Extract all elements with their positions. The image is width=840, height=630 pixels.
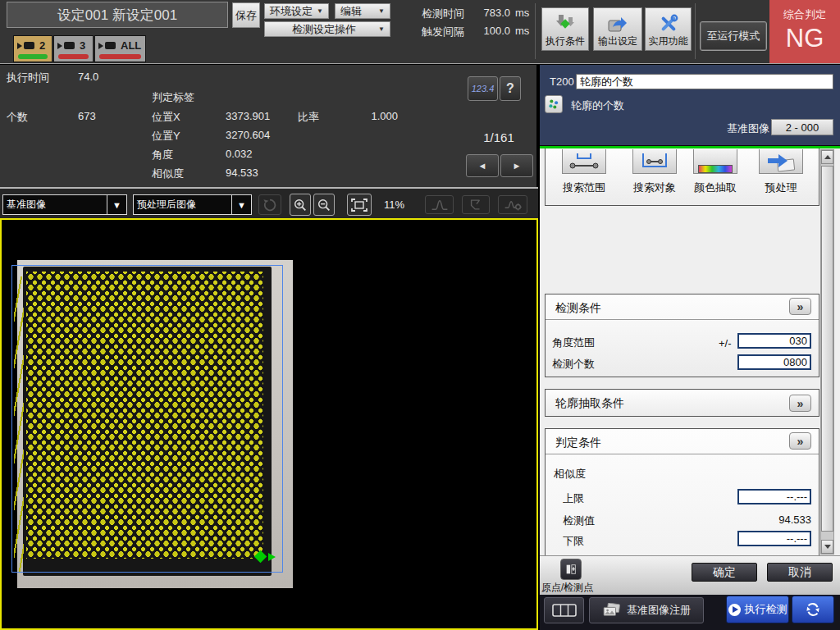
posx-value: 3373.901 bbox=[226, 110, 270, 122]
display-settings-button[interactable] bbox=[498, 195, 527, 214]
color-extract-button[interactable] bbox=[693, 149, 737, 174]
fit-to-screen-button[interactable] bbox=[347, 194, 372, 216]
help-button[interactable]: ? bbox=[500, 76, 521, 101]
utility-button[interactable]: 实用功能 bbox=[645, 7, 692, 51]
output-setting-button[interactable]: 输出设定 bbox=[593, 7, 642, 51]
triangle-up-icon bbox=[824, 155, 831, 159]
section-title: 检测条件 bbox=[555, 301, 601, 316]
exec-condition-button[interactable]: 执行条件 bbox=[541, 7, 589, 51]
save-button[interactable]: 保存 bbox=[232, 2, 260, 28]
image-mode-dropdown[interactable]: 预处理后图像 ▼ bbox=[133, 194, 252, 215]
zoom-in-button[interactable] bbox=[290, 194, 311, 216]
to-run-mode-button[interactable]: 至运行模式 bbox=[700, 21, 767, 51]
similarity-group-label: 相似度 bbox=[554, 467, 586, 482]
triangle-down-icon bbox=[824, 545, 831, 549]
region-display-button[interactable] bbox=[462, 195, 490, 214]
origin-detect-point-button[interactable] bbox=[560, 559, 582, 580]
plus-minus-label: +/- bbox=[719, 337, 732, 349]
judgement-label: 综合判定 bbox=[783, 7, 826, 22]
similarity-upper-input[interactable] bbox=[737, 489, 811, 504]
angle-range-input[interactable] bbox=[737, 333, 811, 349]
run-inspection-button[interactable]: 执行检测 bbox=[726, 596, 789, 623]
section-title: 轮廓抽取条件 bbox=[555, 396, 624, 411]
expand-button[interactable]: » bbox=[789, 298, 811, 315]
search-range-button[interactable] bbox=[562, 149, 606, 174]
edit-menu[interactable]: 编辑▼ bbox=[335, 3, 390, 19]
expand-button[interactable]: » bbox=[789, 395, 811, 412]
prev-page-button[interactable]: ◄ bbox=[466, 154, 499, 177]
judge-tag-label: 判定标签 bbox=[152, 90, 194, 105]
camera-play-icon bbox=[57, 43, 62, 49]
similarity-lower-input[interactable] bbox=[737, 531, 811, 546]
exec-time-value: 74.0 bbox=[78, 71, 98, 83]
unit-setting-panel: T200 轮廓的个数 基准图像 2 - 000 搜索范围 搜索对象 bbox=[540, 65, 840, 630]
panel-scrollbar[interactable] bbox=[820, 149, 834, 555]
detect-count-input[interactable] bbox=[737, 354, 811, 370]
search-object-button[interactable] bbox=[632, 149, 677, 174]
play-icon bbox=[728, 604, 741, 616]
tab-scene-all[interactable]: ALL bbox=[94, 35, 146, 62]
posy-label: 位置Y bbox=[152, 129, 180, 144]
flow-view-button[interactable] bbox=[544, 597, 584, 623]
trigger-interval-value: 100.0 bbox=[468, 25, 510, 37]
reference-image-label: 基准图像 bbox=[727, 121, 769, 136]
export-arrow-icon bbox=[607, 13, 628, 34]
sync-icon bbox=[804, 600, 822, 619]
unit-title: 轮廓的个数 bbox=[571, 98, 624, 113]
zoom-in-icon bbox=[293, 198, 308, 212]
similarity-label: 相似度 bbox=[152, 167, 184, 181]
tab-status-bar-ng bbox=[99, 54, 141, 59]
next-page-button[interactable]: ► bbox=[500, 154, 533, 177]
chevron-down-icon: ▼ bbox=[231, 195, 251, 214]
image-viewer[interactable] bbox=[0, 218, 538, 630]
ratio-value: 1.000 bbox=[353, 110, 398, 122]
tab-scene-2[interactable]: 2 bbox=[13, 35, 52, 62]
environment-menu[interactable]: 环境设定▼ bbox=[264, 3, 329, 19]
numeric-display-button[interactable]: 123.4 bbox=[468, 76, 498, 101]
judgement-value: NG bbox=[786, 24, 824, 53]
scroll-up-button[interactable] bbox=[821, 150, 833, 164]
scene-title: 设定001 新设定001 bbox=[7, 2, 228, 28]
chevron-down-icon: ▼ bbox=[378, 7, 385, 15]
filmstrip-icon bbox=[552, 604, 577, 617]
zoom-out-button[interactable] bbox=[313, 194, 335, 216]
tab-status-bar-ng bbox=[58, 54, 89, 59]
section-judge-condition: 判定条件 » 相似度 上限 检测值 94.533 下限 个数 上限 检测值 67… bbox=[545, 428, 819, 555]
flow-arrows-icon bbox=[555, 13, 576, 34]
ok-button[interactable]: 确定 bbox=[692, 563, 757, 582]
unit-type-button[interactable] bbox=[545, 95, 563, 113]
rainbow-gradient-icon bbox=[698, 165, 733, 173]
preprocess-button[interactable] bbox=[759, 149, 803, 174]
re-measure-button[interactable] bbox=[792, 596, 834, 623]
zoom-level: 11% bbox=[384, 199, 404, 211]
inspection-setting-menu[interactable]: 检测设定操作▼ bbox=[264, 21, 390, 37]
register-reference-image-button[interactable]: 基准图像注册 bbox=[589, 597, 704, 623]
scrollbar-thumb[interactable] bbox=[821, 166, 833, 532]
posy-value: 3270.604 bbox=[226, 129, 270, 141]
image-source-dropdown[interactable]: 基准图像 ▼ bbox=[2, 194, 127, 215]
unit-name-input[interactable] bbox=[576, 74, 833, 89]
reference-image-button[interactable]: 2 - 000 bbox=[771, 119, 833, 135]
expand-button[interactable]: » bbox=[789, 432, 811, 450]
scroll-down-button[interactable] bbox=[821, 540, 833, 554]
posx-label: 位置X bbox=[152, 110, 180, 125]
unit-footer: 原点/检测点 确定 取消 bbox=[540, 555, 840, 595]
section-contour-extract: 轮廓抽取条件 » bbox=[545, 389, 819, 417]
chevron-down-icon: ▼ bbox=[317, 7, 323, 15]
profile-display-button[interactable] bbox=[425, 195, 454, 214]
page-indicator: 1/161 bbox=[474, 130, 523, 144]
unit-settings-content: 搜索范围 搜索对象 颜色抽取 预处理 检测条件 » bbox=[540, 148, 840, 555]
preprocess-arrow-icon bbox=[765, 153, 797, 173]
overall-judgement: 综合判定 NG bbox=[769, 0, 840, 63]
tab-scene-3[interactable]: 3 bbox=[53, 35, 94, 62]
measure-time-value: 783.0 bbox=[468, 7, 510, 19]
unit-header: T200 轮廓的个数 基准图像 2 - 000 bbox=[540, 65, 840, 145]
search-region-rect bbox=[11, 265, 283, 573]
refresh-button[interactable] bbox=[258, 194, 281, 215]
cancel-button[interactable]: 取消 bbox=[767, 563, 833, 582]
search-object-icon bbox=[638, 153, 671, 173]
measurement-panel: 执行时间 74.0 判定标签 个数 673 位置X 3373.901 比率 1.… bbox=[0, 65, 536, 187]
vision-system-window: 设定001 新设定001 保存 环境设定▼ 编辑▼ 检测设定操作▼ 2 3 AL… bbox=[0, 0, 840, 630]
contour-count-icon bbox=[547, 98, 560, 111]
camera-play-icon bbox=[98, 43, 103, 49]
